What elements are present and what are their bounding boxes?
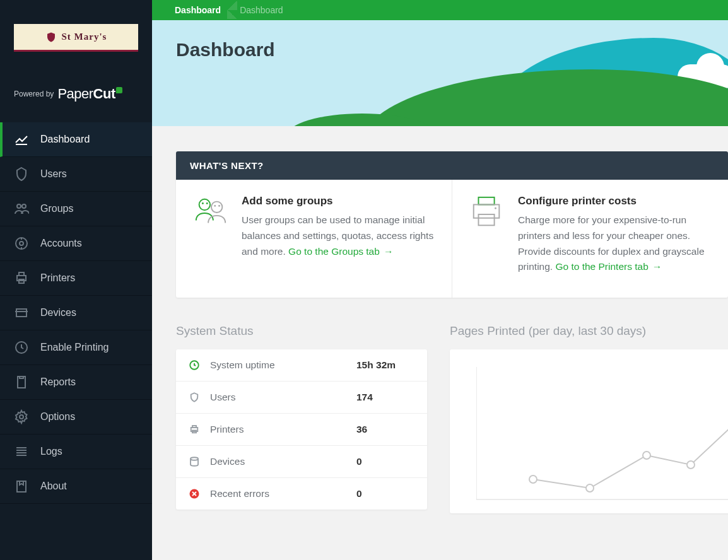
sidebar-item-label: Accounts bbox=[40, 238, 82, 249]
svg-point-21 bbox=[218, 205, 220, 207]
svg-point-10 bbox=[20, 415, 23, 419]
status-row-users: Users 174 bbox=[176, 382, 427, 414]
sidebar-item-printers[interactable]: Printers bbox=[0, 261, 152, 296]
school-logo-text: St Mary's bbox=[62, 32, 107, 42]
status-value: 174 bbox=[356, 392, 414, 403]
sidebar-item-groups[interactable]: Groups bbox=[0, 192, 152, 226]
svg-point-19 bbox=[206, 202, 208, 204]
status-label: Printers bbox=[210, 424, 356, 435]
crest-icon bbox=[45, 31, 57, 44]
page-title: Dashboard bbox=[176, 39, 275, 61]
sidebar-item-enable-printing[interactable]: Enable Printing bbox=[0, 330, 152, 365]
svg-point-17 bbox=[211, 202, 222, 213]
options-icon bbox=[14, 409, 29, 424]
go-to-printers-link[interactable]: Go to the Printers tab→ bbox=[555, 261, 662, 272]
groups-illustration-icon bbox=[192, 195, 229, 275]
sidebar-item-accounts[interactable]: Accounts bbox=[0, 226, 152, 261]
status-row-devices: Devices 0 bbox=[176, 446, 427, 478]
leaf-icon bbox=[116, 87, 122, 93]
status-value: 15h 32m bbox=[356, 359, 414, 371]
papercut-logo: PaperCut bbox=[57, 86, 122, 102]
status-row-errors: Recent errors 0 bbox=[176, 478, 427, 510]
sidebar-item-label: Dashboard bbox=[40, 134, 90, 145]
whats-next-card-printers: Configure printer costs Charge more for … bbox=[452, 180, 728, 298]
svg-point-20 bbox=[214, 205, 216, 207]
sidebar-item-dashboard[interactable]: Dashboard bbox=[0, 122, 152, 157]
status-value: 36 bbox=[356, 424, 414, 435]
status-value: 0 bbox=[356, 488, 414, 499]
system-status-title: System Status bbox=[176, 324, 427, 338]
sidebar-item-users[interactable]: Users bbox=[0, 157, 152, 192]
sidebar-item-label: Reports bbox=[40, 376, 76, 388]
breadcrumb: Dashboard Dashboard bbox=[152, 0, 728, 20]
svg-point-30 bbox=[191, 457, 198, 460]
sidebar-item-label: Enable Printing bbox=[40, 342, 109, 353]
sidebar-item-about[interactable]: About bbox=[0, 469, 152, 504]
sidebar-item-logs[interactable]: Logs bbox=[0, 435, 152, 469]
status-label: Recent errors bbox=[210, 488, 356, 499]
sidebar-item-reports[interactable]: Reports bbox=[0, 365, 152, 400]
svg-rect-7 bbox=[16, 309, 26, 317]
svg-rect-15 bbox=[17, 481, 26, 492]
system-status-list: System uptime 15h 32m Users 174 Printers… bbox=[176, 349, 427, 510]
svg-point-0 bbox=[17, 204, 21, 208]
breadcrumb-item[interactable]: Dashboard bbox=[167, 1, 232, 19]
dashboard-icon bbox=[14, 132, 29, 147]
sidebar-item-options[interactable]: Options bbox=[0, 400, 152, 435]
svg-point-34 bbox=[529, 475, 537, 483]
status-label: System uptime bbox=[210, 359, 356, 371]
sidebar-item-label: Logs bbox=[40, 446, 62, 457]
svg-point-37 bbox=[687, 461, 695, 469]
status-label: Devices bbox=[210, 456, 356, 467]
card-title: Configure printer costs bbox=[518, 195, 712, 207]
shield-icon bbox=[189, 392, 200, 403]
svg-rect-23 bbox=[474, 204, 500, 218]
svg-point-36 bbox=[643, 452, 650, 459]
users-icon bbox=[14, 166, 29, 182]
devices-icon bbox=[14, 305, 29, 320]
sidebar-item-label: Users bbox=[40, 168, 67, 180]
status-row-printers: Printers 36 bbox=[176, 414, 427, 446]
devices-icon bbox=[189, 456, 200, 467]
status-row-uptime: System uptime 15h 32m bbox=[176, 349, 427, 382]
accounts-icon bbox=[14, 236, 29, 251]
svg-point-1 bbox=[22, 204, 26, 208]
go-to-groups-link[interactable]: Go to the Groups tab→ bbox=[288, 246, 393, 257]
breadcrumb-item[interactable]: Dashboard bbox=[232, 1, 295, 19]
arrow-icon: → bbox=[652, 261, 662, 272]
pages-printed-chart bbox=[450, 349, 728, 513]
logs-icon bbox=[14, 444, 29, 459]
sidebar-item-label: Options bbox=[40, 411, 75, 423]
main-content: Dashboard Dashboard Dashboard WHAT'S NEX… bbox=[152, 0, 728, 560]
clock-icon bbox=[189, 359, 200, 371]
svg-rect-5 bbox=[19, 272, 24, 276]
sidebar-item-devices[interactable]: Devices bbox=[0, 296, 152, 330]
line-chart bbox=[476, 367, 728, 512]
sidebar: St Mary's Powered by PaperCut Dashboard … bbox=[0, 0, 152, 560]
status-value: 0 bbox=[356, 456, 414, 467]
powered-prefix: Powered by bbox=[14, 90, 54, 98]
school-logo: St Mary's bbox=[14, 24, 138, 52]
printer-illustration-icon bbox=[469, 195, 505, 275]
sidebar-item-label: About bbox=[40, 481, 67, 492]
pages-printed-title: Pages Printed (per day, last 30 days) bbox=[450, 324, 728, 338]
svg-rect-24 bbox=[478, 214, 494, 225]
svg-point-18 bbox=[202, 202, 204, 204]
card-body: Charge more for your expensive-to-run pr… bbox=[518, 213, 712, 275]
about-icon bbox=[14, 479, 29, 494]
sidebar-item-label: Groups bbox=[40, 203, 73, 214]
whats-next-card-groups: Add some groups User groups can be used … bbox=[176, 180, 452, 298]
card-body: User groups can be used to manage initia… bbox=[242, 213, 435, 259]
status-label: Users bbox=[210, 392, 356, 403]
arrow-icon: → bbox=[384, 246, 394, 257]
svg-point-3 bbox=[20, 242, 23, 245]
hill-decoration bbox=[362, 69, 728, 126]
svg-point-35 bbox=[586, 484, 594, 492]
hero-banner: Dashboard bbox=[152, 20, 728, 126]
reports-icon bbox=[14, 375, 29, 390]
sidebar-item-label: Printers bbox=[40, 272, 75, 284]
sidebar-item-label: Devices bbox=[40, 307, 76, 318]
whats-next-panel: WHAT'S NEXT? Add some groups User groups… bbox=[176, 151, 728, 298]
printers-icon bbox=[14, 271, 29, 286]
svg-point-16 bbox=[199, 199, 210, 210]
